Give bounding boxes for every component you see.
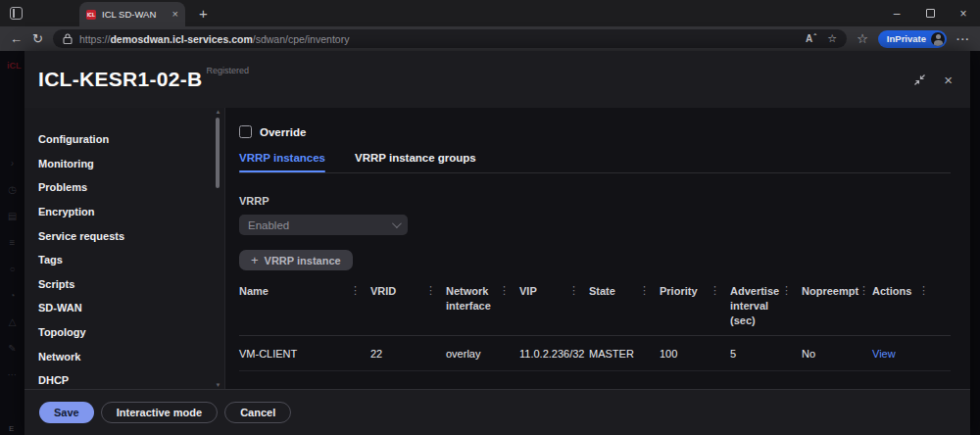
- maximize-icon: [926, 9, 935, 18]
- tab-actions-menu-icon[interactable]: [10, 7, 23, 20]
- cell-nopreempt: No: [802, 348, 872, 360]
- collapse-icon[interactable]: [913, 73, 926, 86]
- sidebar-item-monitoring[interactable]: Monitoring: [38, 152, 224, 176]
- modal-sidebar: Configuration Monitoring Problems Encryp…: [24, 108, 225, 389]
- background-nav-icon: ◷: [8, 185, 17, 195]
- chevron-down-icon: [392, 218, 402, 228]
- background-nav-icon: ≡: [10, 238, 16, 248]
- sidebar-item-topology[interactable]: Topology: [38, 320, 224, 345]
- modal-content: Override VRRP instances VRRP instance gr…: [225, 108, 970, 389]
- maximize-button[interactable]: [913, 0, 947, 26]
- app-logo: iCL: [7, 61, 24, 71]
- column-menu-icon[interactable]: ⋮: [858, 284, 869, 296]
- url-text: https://demosdwan.icl-services.com/sdwan…: [79, 33, 799, 45]
- cell-vip: 11.0.2.236/32: [519, 348, 589, 360]
- sidebar-item-service-requests[interactable]: Service requests: [38, 223, 224, 248]
- new-tab-button[interactable]: +: [199, 6, 208, 21]
- background-nav-icon: ⋯: [8, 370, 18, 380]
- sidebar-scrollbar[interactable]: ▲ ▼: [216, 114, 220, 383]
- vrrp-select[interactable]: Enabled: [239, 215, 408, 235]
- column-menu-icon[interactable]: ⋮: [499, 284, 510, 296]
- modal-header: ICL-KESR1-02-B Registered ×: [24, 51, 970, 108]
- favicon-icon: ICL: [86, 10, 96, 20]
- cancel-button[interactable]: Cancel: [224, 402, 291, 423]
- background-nav-icons: › ◷ ▤ ≡ ○ ◔ △ ✎ ⋯: [0, 159, 24, 380]
- tabs-divider: [239, 172, 951, 173]
- browser-menu-icon[interactable]: ···: [956, 33, 970, 45]
- column-header-nopreempt: Nopreempt: [802, 284, 858, 299]
- view-link[interactable]: View: [872, 348, 939, 360]
- background-chevron-icon: ›: [11, 159, 14, 169]
- tab-close-icon[interactable]: ×: [172, 9, 178, 20]
- device-modal: ICL-KESR1-02-B Registered × Configuratio…: [24, 51, 970, 435]
- modal-close-icon[interactable]: ×: [944, 72, 953, 87]
- sidebar-item-problems[interactable]: Problems: [38, 175, 224, 200]
- sidebar-item-dhcp[interactable]: DHCP: [38, 368, 224, 393]
- tab-vrrp-instance-groups[interactable]: VRRP instance groups: [355, 152, 476, 172]
- sidebar-item-tags[interactable]: Tags: [38, 248, 224, 272]
- inprivate-label: InPrivate: [887, 33, 926, 44]
- background-letter: E: [9, 424, 14, 433]
- back-button[interactable]: ←: [10, 32, 23, 45]
- interactive-mode-button[interactable]: Interactive mode: [101, 402, 218, 423]
- sidebar-item-sd-wan[interactable]: SD-WAN: [38, 296, 224, 320]
- table-header-row: Name⋮ VRID⋮ Network interface⋮ VIP⋮ Stat…: [239, 275, 951, 336]
- sidebar-item-encryption[interactable]: Encryption: [38, 200, 224, 224]
- column-menu-icon[interactable]: ⋮: [350, 284, 361, 296]
- column-menu-icon[interactable]: ⋮: [639, 284, 650, 296]
- profile-avatar: [931, 32, 945, 46]
- tab-title: ICL SD-WAN: [102, 9, 167, 20]
- background-app-strip: iCL › ◷ ▤ ≡ ○ ◔ △ ✎ ⋯ E: [0, 51, 24, 435]
- window-controls: – ×: [880, 0, 980, 26]
- read-aloud-icon[interactable]: A⌃: [806, 32, 817, 44]
- scroll-down-icon[interactable]: ▼: [215, 382, 221, 388]
- collections-icon[interactable]: ☆: [857, 32, 868, 45]
- column-header-name: Name: [239, 284, 269, 299]
- column-menu-icon[interactable]: ⋮: [568, 284, 579, 296]
- scroll-up-icon[interactable]: ▲: [215, 109, 221, 115]
- background-nav-icon: ○: [9, 265, 15, 274]
- scrollbar-thumb[interactable]: [216, 118, 220, 188]
- column-header-advertise-interval: Advertise interval (sec): [730, 284, 781, 328]
- window-close-button[interactable]: ×: [947, 0, 980, 26]
- vrrp-tabs: VRRP instances VRRP instance groups: [239, 152, 951, 172]
- cell-network-interface: overlay: [446, 348, 519, 360]
- cell-advertise-interval: 5: [730, 348, 802, 360]
- background-nav-icon: ◔: [9, 291, 15, 301]
- column-menu-icon[interactable]: ⋮: [918, 284, 929, 296]
- browser-tab[interactable]: ICL ICL SD-WAN ×: [79, 2, 185, 26]
- sidebar-item-network[interactable]: Network: [38, 344, 224, 368]
- browser-window: ICL ICL SD-WAN × + – × ← ↻ https://demos…: [0, 0, 980, 435]
- save-button[interactable]: Save: [39, 402, 94, 423]
- page-title: ICL-KESR1-02-B: [38, 68, 203, 91]
- tab-vrrp-instances[interactable]: VRRP instances: [239, 152, 325, 172]
- inprivate-badge[interactable]: InPrivate: [878, 30, 947, 48]
- override-checkbox[interactable]: [239, 125, 252, 138]
- modal-footer: Save Interactive mode Cancel: [24, 389, 970, 435]
- add-vrrp-instance-button[interactable]: + VRRP instance: [239, 250, 353, 270]
- status-badge: Registered: [207, 66, 250, 75]
- column-menu-icon[interactable]: ⋮: [710, 284, 720, 296]
- sidebar-item-configuration[interactable]: Configuration: [38, 127, 224, 152]
- column-header-actions: Actions: [872, 284, 911, 299]
- sidebar-item-scripts[interactable]: Scripts: [38, 272, 224, 297]
- browser-tab-strip: ICL ICL SD-WAN × + – ×: [0, 0, 980, 26]
- column-header-state: State: [589, 284, 615, 299]
- override-row[interactable]: Override: [239, 125, 951, 138]
- refresh-button[interactable]: ↻: [32, 32, 43, 45]
- override-label: Override: [260, 126, 306, 138]
- background-nav-icon: ▤: [8, 212, 17, 221]
- column-menu-icon[interactable]: ⋮: [425, 284, 436, 296]
- address-bar[interactable]: https://demosdwan.icl-services.com/sdwan…: [53, 29, 847, 48]
- table-row: VM-CLIENT 22 overlay 11.0.2.236/32 MASTE…: [239, 336, 951, 371]
- cell-name: VM-CLIENT: [239, 348, 370, 360]
- column-header-vrid: VRID: [370, 284, 396, 299]
- plus-icon: +: [251, 254, 259, 266]
- favorites-star-icon[interactable]: ☆: [827, 32, 837, 45]
- minimize-button[interactable]: –: [880, 0, 913, 26]
- page-area: iCL › ◷ ▤ ≡ ○ ◔ △ ✎ ⋯ E ICL-KESR1-02-B R…: [0, 51, 980, 435]
- column-menu-icon[interactable]: ⋮: [781, 284, 792, 296]
- lock-icon: [63, 33, 73, 44]
- background-nav-icon: ✎: [8, 344, 16, 354]
- column-header-network-interface: Network interface: [446, 284, 499, 314]
